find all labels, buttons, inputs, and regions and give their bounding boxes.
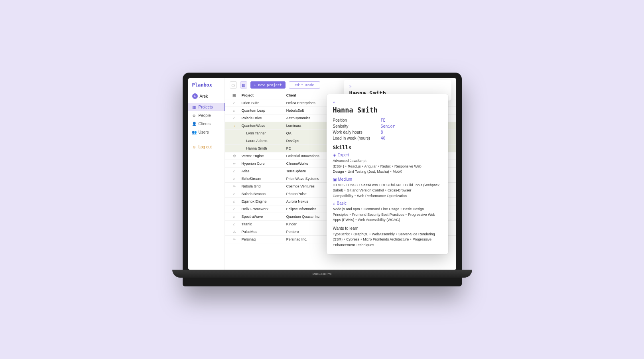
meta-daily-hours: Work daily hours 8 xyxy=(333,130,442,134)
project-type-icon: ⌂ xyxy=(230,169,239,173)
project-type-icon: ⌂ xyxy=(230,222,239,226)
user-name: Arek xyxy=(200,94,208,99)
sidebar-item-clients[interactable]: 👤 Clients xyxy=(188,120,225,128)
project-type-icon: ⌂ xyxy=(230,207,239,211)
cell-project: PulseMed xyxy=(242,230,284,234)
sidebar-item-people[interactable]: ☺ People xyxy=(188,111,225,120)
project-type-icon: ∞ xyxy=(230,184,239,188)
cell-client: TerraSphere xyxy=(286,169,329,173)
project-type-icon: ⌂ xyxy=(230,192,239,196)
people-icon: ☺ xyxy=(192,113,196,118)
cell-project: Polaris Drive xyxy=(242,116,284,120)
arrow-down-icon: ↓ xyxy=(230,124,239,128)
cell-project: Vertex Engine xyxy=(242,154,284,158)
expand-col-icon: ▣ xyxy=(230,93,239,97)
sidebar-item-users[interactable]: 👥 Users xyxy=(188,128,225,136)
cell-client: PhotonPulse xyxy=(286,192,329,196)
collapse-icon[interactable]: » xyxy=(333,100,335,105)
skills-heading: Skills xyxy=(333,144,442,150)
cell-project: QuantumWave xyxy=(242,124,284,128)
col-client: Client xyxy=(286,93,329,97)
cell-client: PrismWave Systems xyxy=(286,177,329,181)
skills-expert-list: Advanced JavaScript (ES6+)•React.js•Angu… xyxy=(333,158,442,175)
meta-load: Load in week (hours) 40 xyxy=(333,136,442,140)
cell-client: Cosmos Ventures xyxy=(286,184,329,188)
cell-project: Persinaq xyxy=(242,237,284,241)
cell-project: Orion Suite xyxy=(242,101,284,105)
avatar: A xyxy=(192,93,198,99)
cell-project: Equinox Engine xyxy=(242,199,284,203)
project-type-icon: ⌂ xyxy=(230,101,239,105)
cell-client: Aurora Nexus xyxy=(286,199,329,203)
clients-icon: 👤 xyxy=(192,122,196,126)
search-icon: ⌕ xyxy=(333,201,335,205)
project-type-icon: ⌂ xyxy=(230,108,239,112)
person-card: » Hanna Smith Position FE Seniority Seni… xyxy=(327,94,448,254)
cell-role: DevOps xyxy=(286,139,329,143)
cell-role: QA xyxy=(286,131,329,135)
cell-project: Titanic xyxy=(242,222,284,226)
brand-logo: Planbox xyxy=(188,82,225,92)
view-toggle-grid[interactable]: ▦ xyxy=(240,81,247,89)
cell-project: Nebula Grid xyxy=(242,184,284,188)
skill-level-basic: ⌕ Basic xyxy=(333,201,442,205)
sidebar: Planbox A Arek ▦ Projects ☺ People 👤 Cli… xyxy=(188,78,225,270)
cell-client: NebulaSoft xyxy=(286,108,329,112)
sidebar-item-label: Clients xyxy=(199,122,211,126)
view-toggle-cards[interactable]: ▭ xyxy=(230,81,237,89)
cell-project: Helix Framework xyxy=(242,207,284,211)
logout-label: Log out xyxy=(199,145,212,149)
wants-to-learn-heading: Wants to learn xyxy=(333,226,442,231)
cell-project: EchoStream xyxy=(242,177,284,181)
sidebar-item-label: People xyxy=(199,113,211,118)
cell-client: Pontero xyxy=(286,230,329,234)
project-type-icon: ⌂ xyxy=(230,215,239,219)
cell-client: Persinaq Inc. xyxy=(286,237,329,241)
project-type-icon: ⌂ xyxy=(230,199,239,203)
meta-seniority: Seniority Senior xyxy=(333,124,442,128)
current-user[interactable]: A Arek xyxy=(188,92,225,103)
cell-client: Kinder xyxy=(286,222,329,226)
project-type-icon: ⌂ xyxy=(230,116,239,120)
cell-client: Eclipse Informatics xyxy=(286,207,329,211)
cell-client: Celestial Innovations xyxy=(286,154,329,158)
skill-level-expert: ◈ Expert xyxy=(333,153,442,157)
diamond-icon: ◈ xyxy=(333,153,336,157)
sidebar-item-projects[interactable]: ▦ Projects xyxy=(188,103,225,111)
square-icon: ▣ xyxy=(333,177,337,181)
cell-client: ChronoWorks xyxy=(286,162,329,166)
col-project: Project xyxy=(242,93,284,97)
cell-project: Hyperion Core xyxy=(242,162,284,166)
cell-project: SpectraWave xyxy=(242,215,284,219)
person-name: Hanna Smith xyxy=(333,106,442,114)
collapse-icon[interactable]: » xyxy=(349,84,352,89)
logout-icon: ⎋ xyxy=(192,145,196,149)
skills-medium-list: HTML5•CSS3•Sass/Less•RESTful API•Build T… xyxy=(333,183,442,199)
sidebar-item-label: Users xyxy=(199,130,209,134)
skills-basic-list: Node.js and npm•Command Line Usage•Basic… xyxy=(333,207,442,223)
cell-project: Solaris Beacon xyxy=(242,192,284,196)
projects-icon: ▦ xyxy=(192,105,196,109)
new-project-button[interactable]: + new project xyxy=(250,81,286,89)
meta-position: Position FE xyxy=(333,118,442,122)
cell-project: Quantum Leap xyxy=(242,108,284,112)
logout-button[interactable]: ⎋ Log out xyxy=(188,143,225,151)
cell-person: Lynn Tanner xyxy=(242,131,284,135)
cell-person: Laura Adams xyxy=(242,139,284,143)
project-type-icon: ∞ xyxy=(230,162,239,166)
edit-mode-button[interactable]: edit mode xyxy=(289,81,320,89)
wants-to-learn-list: TypeScript•GraphQL•WebAssembly•Server-Si… xyxy=(333,232,442,248)
cell-client: Luminara xyxy=(286,124,329,128)
project-type-icon: ∞ xyxy=(230,237,239,241)
sidebar-item-label: Projects xyxy=(199,105,213,109)
project-type-icon: ⌂ xyxy=(230,177,239,181)
project-type-icon: ⚙ xyxy=(230,154,239,158)
project-type-icon: ♨ xyxy=(230,230,239,234)
users-icon: 👥 xyxy=(192,130,196,134)
cell-role: FE xyxy=(286,146,329,150)
cell-client: Quantum Quasar Inc. xyxy=(286,215,329,219)
cell-project: Atlas xyxy=(242,169,284,173)
laptop-base: MacBook Pro xyxy=(172,270,472,278)
cell-client: AstroDynamics xyxy=(286,116,329,120)
cell-person: Hanna Smith xyxy=(242,146,284,150)
